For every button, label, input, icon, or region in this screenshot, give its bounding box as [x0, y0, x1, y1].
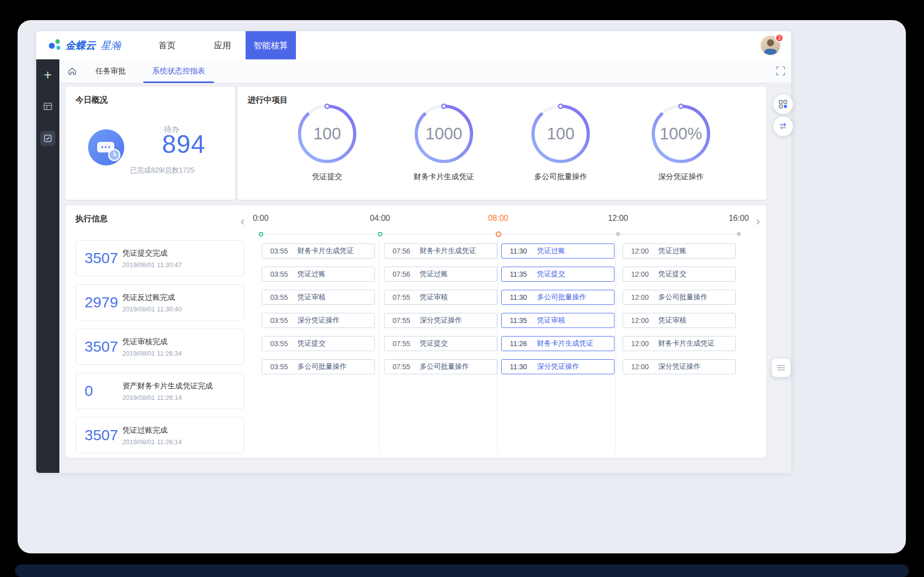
gauge-ring-icon: 100% [649, 102, 713, 166]
stat-list: 3507 凭证提交完成 2019/08/01 11:30:47 2979 凭证反… [75, 240, 244, 461]
gauge-value: 1000 [412, 102, 476, 166]
event-time: 11:30 [502, 293, 537, 301]
event-chip[interactable]: 07:56 财务卡片生成凭证 [384, 243, 497, 259]
stat-title: 凭证反过账完成 [122, 293, 182, 302]
event-time: 12:00 [623, 340, 658, 348]
event-label: 深分凭证操作 [658, 362, 701, 371]
event-time: 03:55 [262, 293, 297, 301]
event-chip[interactable]: 12:00 深分凭证操作 [623, 359, 736, 374]
gauge: 100 凭证提交 [277, 102, 377, 182]
event-chip[interactable]: 11:30 深分凭证操作 [501, 359, 614, 374]
today-overview-card: 今日概况 待办 894 已完成829/总数1725 [65, 87, 235, 200]
nav-item-smart-accounting[interactable]: 智能核算 [246, 31, 296, 59]
event-label: 深分凭证操作 [420, 316, 462, 325]
user-avatar[interactable]: 3 [761, 36, 780, 55]
event-chip[interactable]: 03:55 凭证过账 [262, 267, 375, 282]
timeline-tick-dot [259, 232, 263, 236]
event-chip[interactable]: 07:56 凭证过账 [384, 267, 497, 282]
floating-apps-button[interactable] [773, 94, 793, 114]
brand-logo: 金蝶云 星瀚 [48, 31, 121, 59]
in-progress-projects-card: 进行中项目 100 凭证提交 1000 财务卡片生成凭证 [238, 87, 766, 200]
event-chip[interactable]: 03:55 深分凭证操作 [262, 313, 375, 328]
event-time: 12:00 [623, 293, 658, 301]
event-chip[interactable]: 03:55 多公司批量操作 [262, 359, 375, 374]
gauge: 100% 深分凭证操作 [631, 102, 731, 182]
stat-time: 2019/08/01 11:30:40 [122, 305, 182, 313]
stat-card[interactable]: 3507 凭证提交完成 2019/08/01 11:30:47 [75, 240, 244, 276]
event-label: 凭证提交 [297, 339, 326, 348]
event-chip[interactable]: 11:30 多公司批量操作 [501, 290, 614, 305]
event-chip[interactable]: 03:55 财务卡片生成凭证 [262, 243, 375, 259]
event-time: 12:00 [623, 316, 658, 324]
event-chip[interactable]: 12:00 多公司批量操作 [623, 290, 736, 305]
stat-value: 3507 [76, 427, 122, 444]
stat-title: 资产财务卡片生成凭证完成 [122, 381, 213, 391]
floating-menu-button[interactable] [772, 358, 791, 377]
stat-text: 凭证反过账完成 2019/08/01 11:30:40 [122, 292, 182, 313]
list-icon [43, 102, 52, 111]
timeline-tick-label[interactable]: 08:00 [478, 214, 518, 223]
event-chip[interactable]: 12:00 凭证过账 [623, 243, 736, 259]
event-chip[interactable]: 07:55 凭证审核 [384, 290, 497, 305]
event-label: 凭证审核 [658, 316, 686, 325]
event-chip[interactable]: 03:55 凭证审核 [262, 290, 375, 305]
event-time: 12:00 [623, 363, 658, 371]
event-time: 03:55 [262, 270, 297, 278]
stat-card[interactable]: 0 资产财务卡片生成凭证完成 2019/08/01 11:26:14 [75, 373, 244, 409]
event-chip[interactable]: 12:00 凭证审核 [623, 313, 736, 328]
event-time: 12:00 [623, 270, 658, 278]
stat-value: 0 [76, 382, 122, 399]
event-chip[interactable]: 07:55 凭证提交 [384, 336, 497, 351]
floating-swap-button[interactable] [773, 116, 793, 136]
event-chip[interactable]: 07:55 多公司批量操作 [384, 359, 497, 374]
stat-card[interactable]: 3507 凭证过账完成 2019/08/01 11:26:14 [75, 417, 244, 453]
stat-time: 2019/08/01 11:26:14 [122, 394, 213, 401]
stat-card[interactable]: 2979 凭证反过账完成 2019/08/01 11:30:40 [75, 284, 244, 320]
hamburger-icon [777, 365, 785, 371]
logo-dot-green-icon [55, 39, 60, 44]
event-chip[interactable]: 12:00 凭证提交 [623, 267, 736, 282]
notification-badge: 3 [775, 34, 784, 42]
gauge: 100 多公司批量操作 [510, 102, 611, 182]
window-backdrop: 金蝶云 星瀚 首页 应用 智能核算 3 任务审批 系统状态控指表 + [18, 20, 906, 553]
app-window: 金蝶云 星瀚 首页 应用 智能核算 3 任务审批 系统状态控指表 + [36, 31, 791, 473]
nav-item-apps[interactable]: 应用 [205, 31, 240, 59]
logo-text-secondary: 星瀚 [101, 39, 121, 52]
timeline-tick-label[interactable]: 0:00 [241, 214, 281, 223]
nav-item-home[interactable]: 首页 [149, 31, 185, 59]
timeline-tick-label[interactable]: 04:00 [360, 214, 400, 223]
event-chip[interactable]: 03:55 凭证提交 [262, 336, 375, 351]
event-label: 多公司批量操作 [658, 293, 708, 302]
event-time: 07:55 [384, 363, 420, 371]
event-chip[interactable]: 07:55 深分凭证操作 [384, 313, 497, 328]
event-chip[interactable]: 11:30 凭证过账 [501, 243, 614, 259]
tab-task-approval[interactable]: 任务审批 [87, 59, 134, 83]
column-separator [497, 240, 498, 454]
event-label: 凭证审核 [420, 293, 448, 302]
event-chip[interactable]: 11:26 财务卡片生成凭证 [501, 336, 614, 351]
app-header: 金蝶云 星瀚 首页 应用 智能核算 3 [36, 31, 791, 59]
event-time: 11:30 [502, 247, 537, 255]
timeline-tick-label[interactable]: 16:00 [719, 214, 759, 223]
execution-info-card: 执行信息 ‹ › 0:0004:0008:0012:0016:00 3507 凭… [65, 205, 766, 458]
sidebar-add-button[interactable]: + [36, 63, 59, 87]
stat-card[interactable]: 3507 凭证审核完成 2019/08/01 11:26:34 [75, 328, 244, 365]
home-icon[interactable] [67, 66, 77, 78]
event-chip[interactable]: 12:00 财务卡片生成凭证 [623, 336, 736, 351]
timeline-tick-label[interactable]: 12:00 [598, 214, 638, 223]
tab-system-status[interactable]: 系统状态控指表 [143, 59, 214, 83]
event-label: 凭证审核 [537, 316, 565, 325]
gauge-value: 100 [528, 102, 593, 166]
stat-text: 凭证审核完成 2019/08/01 11:26:34 [122, 336, 182, 357]
gauge-label: 多公司批量操作 [510, 172, 611, 182]
gauge-value: 100 [295, 102, 359, 166]
fullscreen-icon[interactable] [776, 66, 785, 77]
sidebar-list-button[interactable] [36, 95, 59, 118]
sidebar-tasks-button[interactable] [36, 127, 59, 150]
event-time: 03:55 [262, 247, 297, 255]
stat-text: 资产财务卡片生成凭证完成 2019/08/01 11:26:14 [122, 380, 213, 401]
gauge-ring-icon: 1000 [412, 102, 476, 166]
event-chip[interactable]: 11:35 凭证审核 [501, 313, 614, 328]
event-chip[interactable]: 11:35 凭证提交 [501, 267, 614, 282]
event-label: 凭证审核 [297, 293, 326, 302]
